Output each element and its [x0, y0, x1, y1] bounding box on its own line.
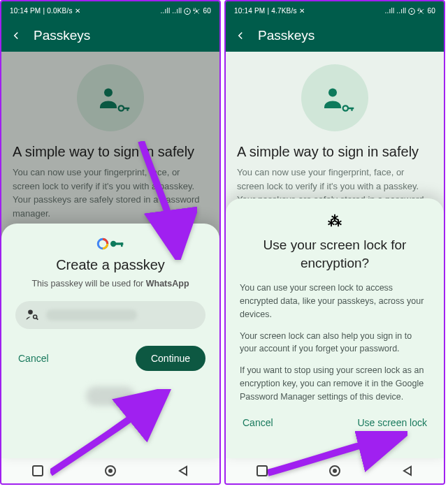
- screenlock-sheet: ⁂ Use your screen lock for encryption? Y…: [226, 198, 444, 458]
- svg-point-10: [108, 469, 113, 473]
- status-bar: 10:14 PM | 4.7KB/s ✕ ..ıll ..ıll ⨀ ⏧ 60: [226, 1, 444, 20]
- svg-point-1: [119, 105, 124, 110]
- android-nav-bar: [226, 458, 444, 483]
- android-nav-bar: [1, 458, 219, 483]
- key-icon: [116, 101, 131, 116]
- redacted-area: [86, 386, 135, 406]
- nav-back-icon[interactable]: [178, 465, 189, 476]
- phone-left: 10:14 PM | 0.0KB/s ✕ ..ıll ..ıll ⨀ ⏧ 60 …: [0, 0, 221, 485]
- page-heading: A simple way to sign in safely: [237, 144, 433, 160]
- encryption-icon: ⁂: [240, 212, 430, 229]
- svg-point-6: [28, 310, 33, 315]
- redacted-account: [46, 309, 137, 321]
- status-icons: ..ıll ..ıll ⨀ ⏧ 60: [161, 7, 211, 15]
- phone-right: 10:14 PM | 4.7KB/s ✕ ..ıll ..ıll ⨀ ⏧ 60 …: [224, 0, 445, 485]
- sheet-paragraph-1: You can use your screen lock to access e…: [240, 282, 430, 321]
- person-key-icon: [98, 85, 123, 110]
- cancel-button[interactable]: Cancel: [240, 411, 276, 434]
- app-bar: Passkeys: [226, 20, 444, 52]
- svg-rect-13: [257, 466, 267, 476]
- svg-point-15: [333, 469, 337, 473]
- back-icon[interactable]: [234, 29, 247, 42]
- nav-home-icon[interactable]: [104, 465, 117, 477]
- svg-rect-8: [33, 466, 43, 476]
- back-icon[interactable]: [10, 29, 22, 42]
- status-icons: ..ıll ..ıll ⨀ ⏧ 60: [385, 7, 435, 15]
- nav-recent-icon[interactable]: [256, 465, 268, 476]
- sheet-subtitle: This passkey will be used for WhatsApp: [15, 279, 205, 289]
- sheet-paragraph-3: If you want to stop using your screen lo…: [240, 364, 430, 403]
- svg-point-12: [343, 105, 348, 110]
- nav-back-icon[interactable]: [402, 465, 413, 476]
- page-heading: A simple way to sign in safely: [13, 144, 208, 160]
- svg-point-11: [328, 89, 337, 97]
- key-icon: [340, 101, 356, 116]
- cancel-button[interactable]: Cancel: [15, 347, 52, 370]
- google-key-icon: [96, 238, 124, 250]
- create-passkey-sheet: Create a passkey This passkey will be us…: [1, 224, 219, 458]
- nav-recent-icon[interactable]: [32, 465, 43, 476]
- appbar-title: Passkeys: [34, 28, 90, 43]
- status-bar: 10:14 PM | 0.0KB/s ✕ ..ıll ..ıll ⨀ ⏧ 60: [1, 1, 219, 20]
- page-description: You can now use your fingerprint, face, …: [13, 166, 208, 220]
- svg-rect-5: [121, 242, 123, 247]
- appbar-title: Passkeys: [258, 28, 315, 43]
- use-screen-lock-button[interactable]: Use screen lock: [354, 411, 430, 434]
- nav-home-icon[interactable]: [328, 465, 341, 477]
- hero-illustration: [237, 52, 433, 136]
- person-key-small-icon: [25, 308, 39, 322]
- continue-button[interactable]: Continue: [136, 346, 205, 371]
- hero-illustration: [13, 52, 208, 136]
- app-bar: Passkeys: [1, 20, 219, 52]
- sheet-paragraph-2: Your screen lock can also help you sign …: [240, 330, 430, 356]
- sheet-title: Create a passkey: [15, 257, 205, 273]
- account-chip[interactable]: [15, 301, 205, 329]
- sheet-title: Use your screen lock for encryption?: [240, 236, 430, 272]
- svg-point-0: [104, 89, 113, 97]
